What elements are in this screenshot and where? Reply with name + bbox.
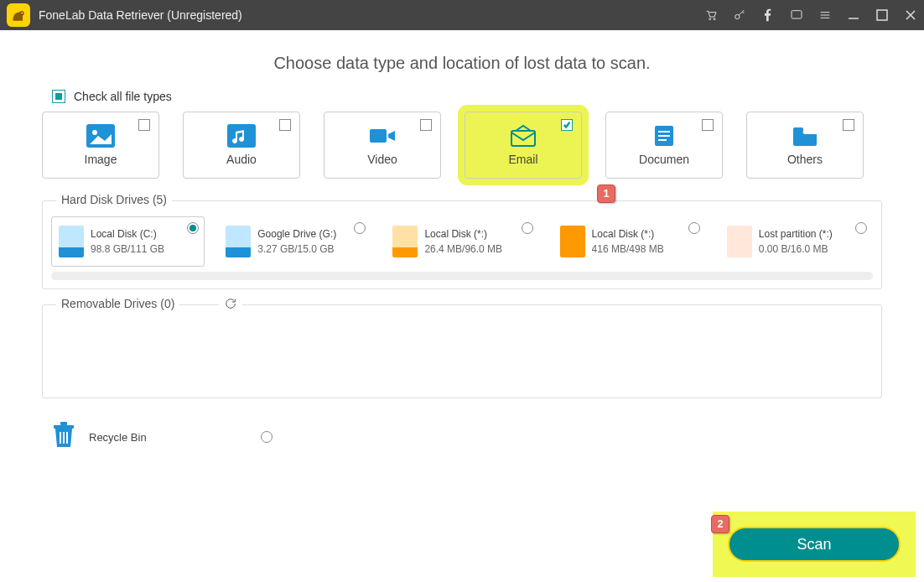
svg-rect-19 — [63, 432, 65, 444]
annotation-badge-2: 2 — [711, 515, 729, 533]
check-all-row[interactable]: Check all file types — [52, 90, 882, 103]
drive-name: Lost partition (*:) — [759, 226, 833, 242]
hard-disk-list: Local Disk (C:) 98.8 GB/111 GB Google Dr… — [51, 216, 873, 267]
drive-size: 98.8 GB/111 GB — [91, 242, 164, 257]
titlebar-actions — [704, 8, 917, 22]
drive-item[interactable]: Local Disk (C:) 98.8 GB/111 GB — [51, 216, 205, 267]
svg-rect-10 — [511, 131, 535, 146]
check-all-checkbox[interactable] — [52, 90, 65, 103]
drive-radio[interactable] — [187, 222, 199, 234]
cart-icon[interactable] — [704, 8, 718, 22]
facebook-icon[interactable] — [761, 8, 775, 22]
drive-size: 416 MB/498 MB — [592, 242, 664, 257]
file-type-row: Image Audio Video Email — [42, 112, 882, 179]
drive-name: Local Disk (*:) — [592, 226, 664, 242]
recycle-bin-row[interactable]: Recycle Bin — [52, 422, 882, 452]
removable-group-label: Removable Drives (0) — [56, 297, 179, 310]
drive-radio[interactable] — [522, 222, 533, 234]
check-all-label: Check all file types — [74, 90, 172, 103]
window-title: FoneLab Data Retriever (Unregistered) — [39, 8, 242, 22]
refresh-icon[interactable] — [219, 297, 242, 314]
type-card-video[interactable]: Video — [324, 112, 441, 179]
recycle-bin-radio[interactable] — [261, 431, 273, 443]
type-label: Documen — [639, 153, 689, 166]
drive-size: 3.27 GB/15.0 GB — [257, 242, 336, 257]
audio-icon — [227, 124, 256, 148]
drive-size: 26.4 MB/96.0 MB — [424, 242, 502, 257]
svg-rect-5 — [877, 10, 887, 20]
app-logo — [7, 3, 30, 27]
hard-disk-group-label: Hard Disk Drives (5) — [56, 193, 172, 206]
disk-icon — [392, 226, 418, 257]
svg-rect-14 — [658, 139, 667, 141]
type-label: Image — [85, 153, 117, 166]
removable-group: Removable Drives (0) — [42, 304, 882, 398]
svg-point-0 — [21, 13, 23, 14]
type-label: Video — [367, 153, 397, 166]
svg-rect-8 — [227, 124, 256, 148]
svg-rect-13 — [658, 135, 670, 137]
drive-name: Google Drive (G:) — [257, 226, 336, 242]
svg-rect-12 — [658, 131, 670, 133]
type-checkbox-audio[interactable] — [279, 119, 291, 131]
type-checkbox-video[interactable] — [420, 119, 432, 131]
scan-button[interactable]: Scan — [728, 527, 901, 562]
minimize-button[interactable] — [847, 8, 860, 22]
svg-rect-18 — [60, 432, 61, 444]
type-card-email[interactable]: Email — [465, 112, 582, 179]
svg-rect-16 — [54, 425, 74, 429]
scan-highlight: Scan — [713, 512, 916, 577]
type-card-audio[interactable]: Audio — [183, 112, 300, 179]
drive-radio[interactable] — [354, 222, 366, 234]
page-heading: Choose data type and location of lost da… — [42, 54, 882, 73]
disk-icon — [226, 226, 251, 257]
recycle-bin-label: Recycle Bin — [89, 431, 147, 444]
type-label: Others — [787, 153, 823, 166]
drive-size: 0.00 B/16.0 MB — [759, 242, 833, 257]
maximize-button[interactable] — [875, 8, 889, 22]
type-checkbox-others[interactable] — [843, 119, 854, 131]
feedback-icon[interactable] — [790, 8, 803, 22]
type-label: Email — [508, 153, 537, 166]
trash-icon — [52, 422, 75, 452]
drive-scrollbar[interactable] — [51, 272, 873, 280]
svg-rect-20 — [66, 432, 68, 444]
titlebar: FoneLab Data Retriever (Unregistered) — [0, 0, 924, 30]
email-icon — [509, 124, 537, 148]
type-card-others[interactable]: Others — [746, 112, 864, 179]
drive-radio[interactable] — [855, 222, 867, 234]
drive-name: Local Disk (C:) — [91, 226, 164, 242]
type-checkbox-document[interactable] — [702, 119, 714, 131]
image-icon — [86, 124, 115, 148]
type-label: Audio — [226, 153, 257, 166]
folder-icon — [791, 124, 819, 148]
drive-radio[interactable] — [688, 222, 700, 234]
scan-button-label: Scan — [797, 536, 831, 553]
disk-icon — [59, 226, 84, 257]
type-checkbox-email[interactable] — [561, 119, 573, 131]
drive-item[interactable]: Lost partition (*:) 0.00 B/16.0 MB — [719, 216, 873, 267]
svg-point-1 — [709, 18, 711, 20]
drive-item[interactable]: Local Disk (*:) 416 MB/498 MB — [553, 216, 706, 267]
key-icon[interactable] — [733, 8, 746, 22]
disk-icon — [727, 226, 752, 257]
svg-rect-9 — [370, 129, 387, 143]
svg-point-3 — [735, 14, 740, 18]
annotation-badge-1: 1 — [597, 184, 615, 203]
type-card-document[interactable]: Documen — [605, 112, 723, 179]
svg-rect-17 — [60, 422, 67, 425]
main-content: Choose data type and location of lost da… — [0, 30, 924, 582]
type-checkbox-image[interactable] — [138, 119, 150, 131]
svg-point-2 — [714, 18, 715, 20]
drive-item[interactable]: Local Disk (*:) 26.4 MB/96.0 MB — [385, 216, 538, 267]
svg-rect-15 — [793, 127, 803, 133]
svg-point-7 — [92, 130, 97, 135]
document-icon — [650, 124, 678, 148]
drive-item[interactable]: Google Drive (G:) 3.27 GB/15.0 GB — [218, 216, 371, 267]
type-card-image[interactable]: Image — [42, 112, 159, 179]
menu-icon[interactable] — [818, 8, 832, 22]
video-icon — [368, 124, 397, 148]
hard-disk-group: Hard Disk Drives (5) Local Disk (C:) 98.… — [42, 200, 882, 289]
close-button[interactable] — [904, 8, 917, 22]
disk-icon — [560, 226, 585, 257]
